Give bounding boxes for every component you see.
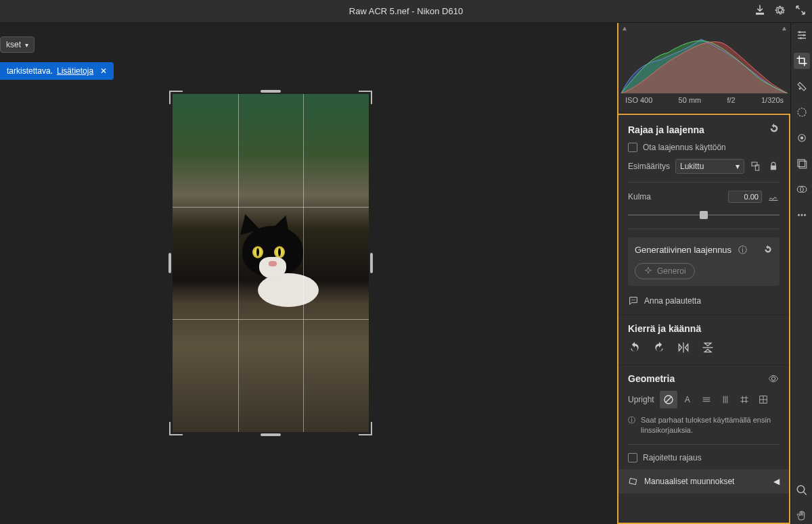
- download-icon[interactable]: [754, 4, 766, 18]
- document-title: Raw ACR 5.nef - Nikon D610: [349, 6, 463, 16]
- crop-tool-icon[interactable]: [794, 53, 810, 69]
- upright-guided-icon[interactable]: [754, 391, 772, 408]
- crop-handle-tr[interactable]: [359, 91, 372, 104]
- upright-level-icon[interactable]: [698, 391, 715, 408]
- upright-vertical-icon[interactable]: [717, 391, 734, 408]
- feedback-link[interactable]: Anna palautetta: [628, 295, 780, 306]
- aperture-value: f/2: [727, 96, 735, 104]
- svg-point-10: [798, 108, 806, 116]
- presets-icon[interactable]: [794, 181, 810, 197]
- info-banner: tarkistettava. Lisätietoja ✕: [0, 62, 114, 80]
- crop-handle-bottom[interactable]: [261, 433, 281, 436]
- chevron-down-icon: ▾: [25, 41, 28, 49]
- tool-strip: [790, 23, 812, 524]
- swap-orientation-icon[interactable]: [750, 161, 762, 172]
- right-panel: ▲ ▲ ISO 400 50 mm f/2 1/320s Rajaa ja la…: [617, 23, 790, 524]
- rotate-section: Kierrä ja käännä: [618, 315, 789, 365]
- rotate-title: Kierrä ja käännä: [628, 323, 701, 334]
- learn-more-link[interactable]: Lisätietoja: [57, 66, 93, 76]
- app-top-bar: Raw ACR 5.nef - Nikon D610: [0, 0, 812, 23]
- zoom-icon[interactable]: [794, 482, 810, 498]
- lock-icon[interactable]: [767, 162, 780, 171]
- svg-point-17: [798, 214, 800, 216]
- preview-image: [173, 94, 369, 432]
- preset-label: Esimääritys: [628, 162, 670, 171]
- geometry-section: Geometria Upright A ⓘ Saat parhaat t: [618, 365, 789, 494]
- constrain-crop-label: Rajoitettu rajaus: [643, 453, 702, 462]
- svg-rect-0: [752, 162, 757, 166]
- angle-slider[interactable]: [628, 210, 780, 220]
- focal-value: 50 mm: [679, 96, 702, 104]
- crop-frame[interactable]: [169, 91, 372, 435]
- crop-handle-br[interactable]: [359, 422, 372, 435]
- file-name: Raw ACR 5.nef: [349, 6, 409, 16]
- angle-label: Kulma: [628, 192, 651, 201]
- snapshots-icon[interactable]: [794, 156, 810, 172]
- svg-point-18: [800, 214, 803, 216]
- svg-point-3: [633, 300, 633, 300]
- geometry-title: Geometria: [628, 373, 675, 384]
- image-stage[interactable]: kset ▾ tarkistettava. Lisätietoja ✕: [0, 23, 617, 524]
- generate-button[interactable]: Generoi: [635, 263, 695, 279]
- shutter-value: 1/320s: [761, 96, 784, 104]
- svg-point-19: [804, 214, 806, 216]
- manual-transforms-toggle[interactable]: Manuaaliset muunnokset ◀: [618, 469, 789, 494]
- svg-rect-13: [798, 160, 805, 167]
- constrain-crop-checkbox[interactable]: [628, 453, 637, 462]
- crop-handle-right[interactable]: [370, 253, 373, 273]
- crop-handle-bl[interactable]: [169, 422, 183, 435]
- gear-icon[interactable]: [774, 4, 786, 18]
- highlight-clip-icon[interactable]: ▲: [781, 24, 788, 32]
- svg-point-6: [798, 31, 800, 33]
- histogram[interactable]: ▲ ▲ ISO 400 50 mm f/2 1/320s: [618, 23, 790, 114]
- upright-label: Upright: [628, 395, 654, 404]
- generative-expand-box: Generatiivinen laajennus ⓘ Generoi: [628, 237, 780, 286]
- rotate-ccw-icon[interactable]: [628, 341, 641, 356]
- svg-point-4: [634, 300, 635, 300]
- rotate-cw-icon[interactable]: [652, 341, 666, 356]
- upright-auto-icon[interactable]: A: [679, 391, 696, 408]
- crop-title: Rajaa ja laajenna: [628, 124, 704, 135]
- shadow-clip-icon[interactable]: ▲: [621, 24, 628, 32]
- enable-expand-label: Ota laajennus käyttöön: [643, 143, 726, 152]
- flip-horizontal-icon[interactable]: [677, 341, 690, 356]
- hand-icon[interactable]: [794, 508, 810, 524]
- info-icon: ⓘ: [628, 415, 635, 436]
- svg-point-7: [803, 34, 805, 37]
- geometry-tip: Saat parhaat tulokset käyttämällä ensin …: [641, 415, 780, 436]
- upright-off-icon[interactable]: [660, 391, 677, 408]
- reset-icon[interactable]: [769, 123, 780, 136]
- straighten-icon[interactable]: [767, 191, 780, 202]
- info-icon[interactable]: ⓘ: [738, 245, 747, 255]
- preset-chip[interactable]: kset ▾: [0, 37, 35, 53]
- mask-icon[interactable]: [794, 104, 810, 120]
- close-icon[interactable]: ✕: [100, 66, 107, 76]
- triangle-left-icon: ◀: [773, 477, 780, 486]
- fullscreen-icon[interactable]: [794, 4, 807, 18]
- crop-handle-top[interactable]: [261, 90, 281, 93]
- angle-input[interactable]: [728, 191, 762, 203]
- svg-point-9: [798, 88, 800, 90]
- crop-handle-tl[interactable]: [169, 91, 183, 104]
- enable-expand-checkbox[interactable]: [628, 143, 637, 152]
- redeye-icon[interactable]: [794, 130, 810, 146]
- svg-rect-14: [799, 161, 807, 168]
- more-icon[interactable]: [794, 207, 810, 223]
- svg-point-2: [631, 300, 632, 300]
- reset-icon[interactable]: [763, 245, 773, 256]
- healing-icon[interactable]: [794, 78, 810, 95]
- gen-expand-title: Generatiivinen laajennus: [635, 245, 731, 255]
- crop-handle-left[interactable]: [168, 253, 171, 273]
- visibility-icon[interactable]: [767, 373, 780, 384]
- flip-vertical-icon[interactable]: [701, 341, 715, 356]
- svg-point-8: [800, 37, 802, 39]
- edit-sliders-icon[interactable]: [794, 27, 810, 43]
- crop-section: Rajaa ja laajenna Ota laajennus käyttöön…: [618, 115, 789, 315]
- preset-select[interactable]: Lukittu ▾: [675, 159, 744, 174]
- iso-value: ISO 400: [625, 96, 652, 104]
- svg-point-12: [800, 137, 803, 140]
- camera-model: Nikon D610: [417, 6, 463, 16]
- svg-point-20: [797, 485, 805, 493]
- chevron-down-icon: ▾: [736, 162, 740, 171]
- upright-full-icon[interactable]: [736, 391, 753, 408]
